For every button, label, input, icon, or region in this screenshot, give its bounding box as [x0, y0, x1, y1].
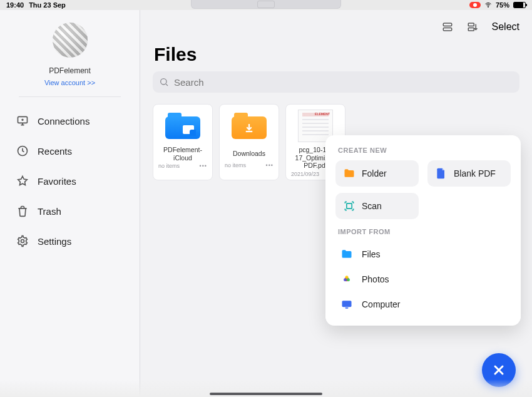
computer-icon: [340, 298, 353, 311]
folder-cloud-icon: [165, 113, 200, 139]
svg-point-13: [344, 278, 347, 281]
sidebar-item-label: Trash: [38, 206, 61, 217]
page-icon: [435, 167, 448, 180]
button-label: Scan: [362, 201, 382, 211]
button-label: Folder: [362, 168, 387, 178]
svg-point-8: [161, 79, 166, 85]
search-icon: [159, 77, 169, 87]
home-indicator[interactable]: [210, 393, 322, 395]
view-account-link[interactable]: View account >>: [44, 79, 95, 86]
sort-icon[interactable]: [467, 21, 478, 33]
sidebar-item-settings[interactable]: Settings: [13, 226, 127, 256]
photos-icon: [340, 273, 353, 286]
svg-rect-4: [443, 23, 452, 26]
folder-orange-icon: [343, 167, 356, 180]
tile-meta: no items: [158, 163, 180, 169]
popover-section-title: CREATE NEW: [338, 147, 508, 154]
sidebar-item-label: Connections: [38, 116, 90, 126]
close-icon: [491, 363, 506, 378]
sidebar: PDFelement View account >> Connections R…: [0, 10, 140, 397]
svg-rect-6: [468, 23, 474, 26]
button-label: Blank PDF: [454, 168, 496, 178]
tile-title: PDFelement-iCloud: [156, 146, 210, 162]
import-item-label: Files: [362, 249, 381, 259]
import-files-item[interactable]: Files: [335, 242, 511, 267]
import-item-label: Photos: [362, 274, 389, 284]
sidebar-item-trash[interactable]: Trash: [13, 196, 127, 226]
sidebar-item-recents[interactable]: Recents: [13, 136, 127, 166]
gear-icon: [16, 235, 29, 247]
import-photos-item[interactable]: Photos: [335, 267, 511, 292]
sidebar-item-label: Recents: [38, 146, 72, 157]
svg-point-0: [488, 7, 488, 8]
view-list-icon[interactable]: [442, 21, 453, 33]
monitor-icon: [16, 115, 29, 127]
file-tile[interactable]: PDFelement-iCloud no items •••: [153, 104, 213, 180]
create-scan-button[interactable]: Scan: [335, 193, 419, 219]
page-title: Files: [154, 44, 518, 65]
multitask-pill[interactable]: [191, 0, 341, 9]
divider: [19, 96, 121, 97]
create-folder-button[interactable]: Folder: [335, 160, 419, 187]
svg-point-12: [347, 278, 350, 281]
sidebar-item-favorites[interactable]: Favorites: [13, 166, 127, 196]
sidebar-item-label: Favorites: [38, 176, 76, 187]
svg-rect-7: [468, 28, 474, 31]
main: Select Files PDFelement-iCloud no items …: [140, 10, 532, 397]
create-popover: CREATE NEW Folder Blank PDF: [325, 135, 521, 326]
status-time: 19:40: [6, 1, 24, 9]
scan-icon: [343, 200, 356, 212]
avatar[interactable]: [53, 23, 88, 58]
import-computer-item[interactable]: Computer: [335, 292, 511, 317]
folder-blue-icon: [340, 248, 353, 260]
svg-point-3: [21, 240, 24, 243]
sidebar-item-connections[interactable]: Connections: [13, 106, 127, 136]
select-button[interactable]: Select: [492, 21, 519, 33]
create-blank-pdf-button[interactable]: Blank PDF: [427, 160, 511, 187]
svg-rect-14: [342, 301, 352, 307]
battery-percent: 75%: [496, 1, 509, 9]
app-root: 19:40 Thu 23 Sep 75% PDFelement View acc…: [0, 0, 532, 397]
screen-record-indicator-icon: [469, 2, 481, 8]
trash-icon: [16, 205, 29, 217]
search-input[interactable]: [174, 77, 513, 88]
import-item-label: Computer: [362, 299, 400, 309]
popover-section-title: IMPORT FROM: [338, 228, 508, 235]
tile-more-icon[interactable]: •••: [266, 162, 274, 168]
star-icon: [16, 175, 29, 187]
status-date: Thu 23 Sep: [29, 1, 66, 9]
toolbar: Select: [153, 18, 519, 36]
file-tile[interactable]: Downloads no items •••: [219, 104, 279, 180]
svg-rect-15: [345, 307, 349, 309]
tile-meta: 2021/09/23: [291, 171, 319, 177]
svg-rect-5: [443, 28, 452, 31]
sidebar-item-label: Settings: [38, 236, 71, 247]
clock-icon: [16, 145, 29, 157]
search-bar[interactable]: [153, 71, 519, 93]
tile-meta: no items: [225, 162, 246, 168]
tile-more-icon[interactable]: •••: [200, 163, 207, 169]
svg-rect-9: [347, 204, 352, 209]
sidebar-nav: Connections Recents Favorites Trash Sett…: [0, 106, 140, 256]
battery-icon: [513, 2, 526, 8]
svg-point-11: [345, 276, 349, 279]
app-name-label: PDFelement: [49, 66, 91, 75]
tile-title: Downloads: [232, 146, 267, 161]
folder-download-icon: [232, 113, 267, 139]
wifi-icon: [484, 1, 492, 9]
